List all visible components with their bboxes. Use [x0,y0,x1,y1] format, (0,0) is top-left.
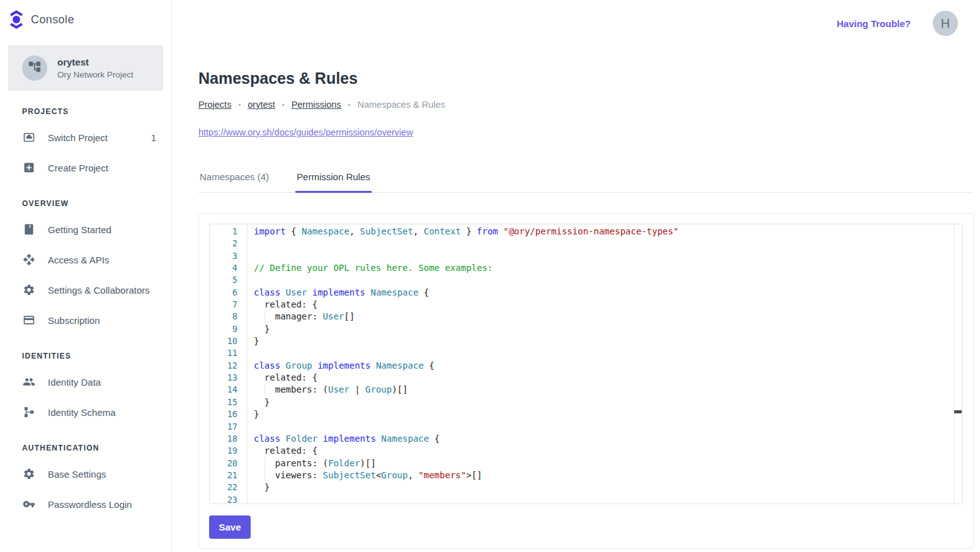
identity-data-icon [23,376,35,388]
line-number: 22 [210,481,247,493]
indent-guide [265,384,265,396]
sidebar-item-count: 1 [151,132,156,143]
code-line-4: // Define your OPL rules here. Some exam… [254,262,953,274]
scrollbar-thumb[interactable] [954,410,962,413]
code-line-9: } [254,323,953,335]
docs-link[interactable]: https://www.ory.sh/docs/guides/permissio… [198,127,413,137]
sidebar-item-label: Access & APIs [48,255,156,265]
project-type: Ory Network Project [57,70,134,79]
code-line-1: import { Namespace, SubjectSet, Context … [254,226,953,238]
sidebar-section-identities: IDENTITIESIdentity DataIdentity Schema [0,352,171,427]
project-avatar [22,55,47,81]
line-number: 7 [210,299,247,311]
editor-scrollbar[interactable] [954,224,962,503]
sidebar-item-label: Subscription [48,315,156,326]
base-settings-icon [23,468,35,480]
sidebar: Console orytest Ory Network Project PROJ… [0,0,172,552]
sidebar-section-projects: PROJECTSSwitch Project1Create Project [0,107,171,183]
create-project-icon [23,161,35,174]
code-area[interactable]: import { Namespace, SubjectSet, Context … [248,224,953,503]
line-number: 2 [210,238,247,250]
sidebar-item-label: Create Project [48,163,156,173]
identity-schema-icon [23,406,35,418]
line-number: 1 [210,226,247,238]
page-title: Namespaces & Rules [198,0,974,88]
sidebar-item-switch-project[interactable]: Switch Project1 [0,122,171,152]
line-number: 18 [210,433,247,445]
save-button[interactable]: Save [209,515,251,539]
breadcrumb-orytest[interactable]: orytest [248,100,275,110]
line-number: 23 [210,494,247,504]
code-editor[interactable]: 123456789101112131415161718192021222324 … [209,224,963,504]
code-line-12: class Group implements Namespace { [254,360,953,372]
app-logo[interactable]: Console [0,0,171,29]
code-line-19: related: { [254,445,953,457]
code-line-7: related: { [254,299,953,311]
permission-rules-panel: 123456789101112131415161718192021222324 … [198,213,974,549]
settings-icon [23,284,35,296]
code-line-15: } [254,396,953,408]
line-number: 21 [210,469,247,481]
sidebar-item-settings-collaborators[interactable]: Settings & Collaborators [0,275,171,305]
sidebar-item-label: Identity Schema [48,407,156,418]
tab-bar: Namespaces (4)Permission Rules [198,171,974,193]
breadcrumb-permissions[interactable]: Permissions [292,100,341,110]
project-selector[interactable]: orytest Ory Network Project [8,45,163,91]
passwordless-login-icon [23,498,35,510]
sidebar-item-identity-data[interactable]: Identity Data [0,367,171,397]
breadcrumb-separator: • [238,101,241,108]
code-line-20: parents: (Folder)[] [254,457,953,469]
sidebar-item-label: Switch Project [48,132,139,143]
switch-project-icon [23,131,35,144]
line-number: 13 [210,372,247,384]
sidebar-section-authentication: AUTHENTICATIONBase SettingsPasswordless … [0,444,171,519]
sidebar-item-getting-started[interactable]: Getting Started [0,214,171,244]
code-line-13: related: { [254,372,953,384]
sidebar-item-access-apis[interactable]: Access & APIs [0,244,171,275]
line-number: 15 [210,396,247,408]
section-label-projects: PROJECTS [22,107,171,116]
ory-logo-icon [8,10,25,29]
code-line-10: } [254,335,953,347]
breadcrumb: Projects•orytest•Permissions•Namespaces … [198,100,974,110]
sidebar-item-label: Getting Started [48,224,156,235]
sidebar-item-identity-schema[interactable]: Identity Schema [0,397,171,427]
section-label-authentication: AUTHENTICATION [22,444,171,452]
code-line-2 [254,238,953,250]
indent-guide [265,457,265,469]
breadcrumb-separator: • [282,101,285,108]
line-number: 19 [210,445,247,457]
breadcrumb-namespaces-rules: Namespaces & Rules [357,100,445,110]
line-number: 11 [210,347,247,359]
sidebar-item-base-settings[interactable]: Base Settings [0,459,171,489]
project-name: orytest [57,57,134,67]
access-apis-icon [23,253,35,266]
sidebar-item-label: Settings & Collaborators [48,285,156,296]
line-number: 16 [210,408,247,420]
sitemap-icon [28,60,42,76]
code-line-14: members: (User | Group)[] [254,384,953,396]
line-number: 6 [210,287,247,299]
section-label-overview: OVERVIEW [22,199,171,208]
line-number: 4 [210,262,247,274]
getting-started-icon [23,223,35,236]
line-number: 17 [210,421,247,433]
code-line-16: } [254,408,953,420]
line-number: 5 [210,274,247,286]
line-number: 3 [210,250,247,262]
breadcrumb-projects[interactable]: Projects [198,100,231,110]
tab-permission-rules[interactable]: Permission Rules [295,171,372,193]
code-line-17 [254,421,953,433]
sidebar-item-passwordless-login[interactable]: Passwordless Login [0,489,171,519]
sidebar-item-label: Passwordless Login [48,499,156,510]
sidebar-item-create-project[interactable]: Create Project [0,152,171,183]
code-line-5 [254,274,953,286]
sidebar-item-subscription[interactable]: Subscription [0,305,171,335]
app-name: Console [31,13,74,26]
code-line-6: class User implements Namespace { [254,287,953,299]
line-number-gutter: 123456789101112131415161718192021222324 [210,224,248,503]
tab-namespaces-4[interactable]: Namespaces (4) [198,171,270,193]
line-number: 9 [210,323,247,335]
breadcrumb-separator: • [348,101,351,108]
line-number: 10 [210,335,247,347]
